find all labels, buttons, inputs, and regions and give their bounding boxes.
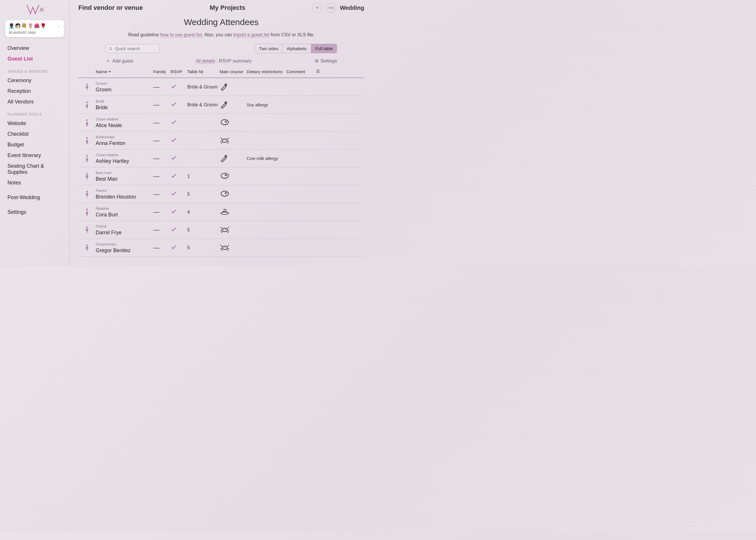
guest-name: Alice Neale <box>96 122 153 129</box>
logo[interactable] <box>0 3 69 17</box>
meal-steak-icon <box>219 171 247 182</box>
rsvp-check-icon <box>171 244 187 252</box>
add-guest-button[interactable]: ＋Add guest <box>105 58 133 64</box>
rsvp-check-icon <box>171 173 187 180</box>
person-m-icon <box>84 81 90 93</box>
nav-website[interactable]: Website <box>8 118 62 129</box>
guest-table-no: 5 <box>187 192 219 197</box>
guest-family: — <box>153 191 171 198</box>
guest-name: Anna Fenton <box>96 140 153 146</box>
col-family[interactable]: Family <box>153 68 171 74</box>
col-table[interactable]: Table № <box>187 68 219 74</box>
search-input[interactable] <box>115 46 157 51</box>
nav-budget[interactable]: Budget <box>8 139 62 150</box>
guest-name: Best Man <box>96 176 153 182</box>
view-two-sides[interactable]: Two sides <box>255 44 283 53</box>
guest-table-no: Bride & Groom <box>187 84 219 90</box>
meal-steak-icon <box>219 189 247 200</box>
person-m-icon <box>84 224 90 236</box>
meal-crab-icon <box>219 243 247 253</box>
guest-name: Brenden Houston <box>96 194 153 200</box>
detail-links: All details·RSVP summary <box>195 59 252 64</box>
rsvp-check-icon <box>171 137 187 144</box>
nav-section-planning: PLANNING TOOLS <box>8 112 62 116</box>
col-name[interactable]: Name▼ <box>96 68 153 74</box>
my-projects[interactable]: My Projects <box>210 4 245 12</box>
person-m-icon <box>84 242 90 254</box>
nav-settings[interactable]: Settings <box>8 207 62 217</box>
page-title: Wedding Attendees <box>78 17 364 27</box>
nav-post-wedding[interactable]: Post-Wedding <box>8 192 62 203</box>
guest-family: — <box>153 244 171 252</box>
all-details-link[interactable]: All details <box>195 59 215 64</box>
table-settings-button[interactable]: Settings <box>314 59 337 64</box>
table-row[interactable]: BrideBride — Bride & Groom Soy allergy <box>78 96 364 114</box>
col-diet[interactable]: Dietary restrictions <box>247 68 286 74</box>
nav-all-vendors[interactable]: All Vendors <box>8 96 62 107</box>
guideline: Read guideline how to use guest list. Al… <box>78 32 364 38</box>
meal-dish-icon <box>219 207 247 217</box>
nav-notes[interactable]: Notes <box>8 178 62 188</box>
nav-event-itinerary[interactable]: Event Itinerary <box>8 150 62 161</box>
guest-role: Friend <box>96 224 153 228</box>
guest-family: — <box>153 137 171 144</box>
guest-table-no: 4 <box>187 209 219 215</box>
guest-table-no: Bride & Groom <box>187 102 219 107</box>
find-vendor[interactable]: Find vendor or venue <box>78 4 143 12</box>
person-f-icon <box>84 153 90 164</box>
nav-ceremony[interactable]: Ceremony <box>8 75 62 86</box>
table-row[interactable]: RelativeCora Burt — 4 <box>78 203 364 221</box>
view-toggle: Two sides Alphabetic Full table <box>255 44 337 53</box>
columns-button[interactable] <box>315 68 324 74</box>
nav: Overview Guest List VENUES & VENDORS Cer… <box>0 43 69 217</box>
guest-family: — <box>153 101 171 109</box>
nav-guest-list[interactable]: Guest List <box>8 54 62 64</box>
guest-family: — <box>153 226 171 234</box>
nav-seating-chart[interactable]: Seating Chart & Supplies <box>8 161 62 178</box>
guest-role: Parent <box>96 189 153 193</box>
rsvp-check-icon <box>171 119 187 126</box>
nav-overview[interactable]: Overview <box>8 43 62 54</box>
table-row[interactable]: Close relativeAshley Hartley — Cow milk … <box>78 150 364 167</box>
table-row[interactable]: GroomGroom — Bride & Groom <box>78 78 364 96</box>
guest-table-no: 1 <box>187 174 219 179</box>
link-import[interactable]: import a guest list <box>233 32 269 38</box>
project-avatar[interactable]: WA <box>326 3 336 13</box>
person-m-icon <box>84 171 90 182</box>
controls: Two sides Alphabetic Full table <box>78 44 364 53</box>
table-row[interactable]: GroomsmenGregor Benitez — 5 <box>78 239 364 257</box>
guest-family: — <box>153 83 171 91</box>
guest-role: Best man <box>96 171 153 175</box>
col-comment[interactable]: Comment <box>286 68 315 74</box>
chevron-down-icon[interactable]: ⌄ <box>57 24 61 28</box>
project-icons: 👨🏿‍🦱🧑🏻💐🌷🌺🌹⌄ <box>9 23 61 29</box>
nav-checklist[interactable]: Checklist <box>8 129 62 139</box>
add-project-button[interactable]: + <box>312 3 322 13</box>
table-row[interactable]: Close relativeAlice Neale — <box>78 114 364 132</box>
sidebar: 👨🏿‍🦱🧑🏻💐🌷🌺🌹⌄ 25 AUGUST 2024 Overview Gues… <box>0 0 70 266</box>
search-box[interactable] <box>105 44 160 53</box>
table-row[interactable]: Best manBest Man — 1 <box>78 167 364 185</box>
guest-name: Ashley Hartley <box>96 158 153 164</box>
meal-crab-icon <box>219 135 247 146</box>
guest-name: Gregor Benitez <box>96 247 153 254</box>
nav-reception[interactable]: Reception <box>8 86 62 96</box>
guest-role: Groomsmen <box>96 242 153 246</box>
person-f-icon <box>84 206 90 218</box>
guest-name: Cora Burt <box>96 212 153 218</box>
col-main[interactable]: Main course <box>219 68 247 74</box>
view-full-table[interactable]: Full table <box>311 44 337 53</box>
table-row[interactable]: BridesmaidAnna Fenton — <box>78 132 364 150</box>
guest-role: Close relative <box>96 117 153 121</box>
rsvp-summary-link[interactable]: RSVP summary <box>219 59 252 64</box>
link-howto[interactable]: how to use guest list. <box>160 32 203 38</box>
project-name[interactable]: Wedding <box>340 5 364 11</box>
guest-diet: Soy allergy <box>247 102 286 107</box>
project-card[interactable]: 👨🏿‍🦱🧑🏻💐🌷🌺🌹⌄ 25 AUGUST 2024 <box>5 20 64 37</box>
person-f-icon <box>84 117 90 129</box>
view-alphabetic[interactable]: Alphabetic <box>283 44 311 53</box>
table-row[interactable]: FriendDarrel Frye — 5 <box>78 221 364 239</box>
col-rsvp[interactable]: RSVP <box>171 68 187 74</box>
table-row[interactable]: ParentBrenden Houston — 5 <box>78 185 364 203</box>
meal-carrot-icon <box>219 100 247 110</box>
